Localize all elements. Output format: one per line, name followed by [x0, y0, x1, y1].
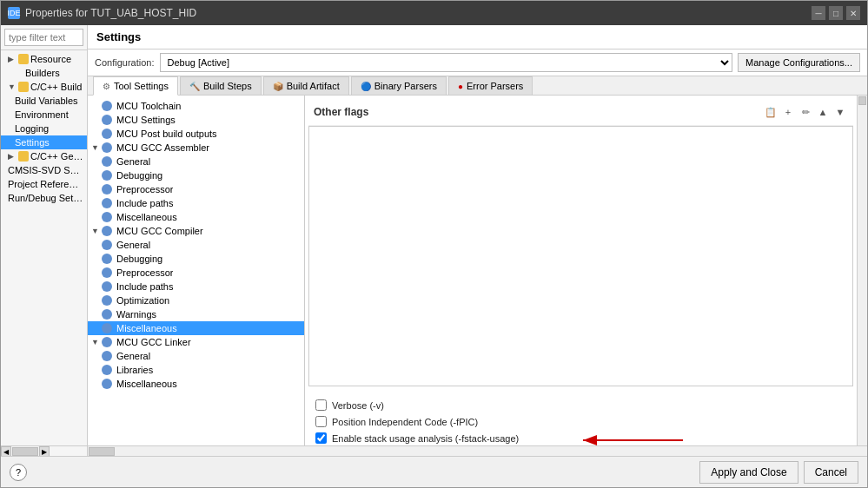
tool-tree-item-cc-warnings[interactable]: Warnings — [88, 307, 304, 321]
tab-icon-error-parsers: ● — [458, 82, 463, 91]
tree-label-mcu-gcc-linker: MCU GCC Linker — [114, 337, 191, 347]
scroll-left-btn[interactable]: ◀ — [1, 446, 11, 456]
toolbar-btn-down[interactable]: ▼ — [832, 104, 848, 120]
tool-tree-item-mcu-gcc-linker[interactable]: ▼ MCU GCC Linker — [88, 335, 304, 349]
asm-include-paths-icon — [102, 198, 112, 208]
scrollbar-thumb[interactable] — [858, 96, 866, 105]
tree-label-mcu-toolchain: MCU Toolchain — [114, 101, 181, 111]
tree-item-cmsis-svd[interactable]: CMSIS-SVD Setti... — [1, 163, 87, 177]
tree-arrow-mcu-gcc-linker: ▼ — [91, 338, 100, 346]
settings-header: Settings — [88, 25, 867, 49]
tree-label-resource: Resource — [30, 54, 71, 64]
tree-item-settings[interactable]: Settings — [1, 135, 87, 149]
tab-icon-binary-parsers: 🔵 — [361, 82, 371, 91]
tool-tree-item-ln-libraries[interactable]: Libraries — [88, 363, 304, 377]
filter-input[interactable] — [4, 29, 83, 46]
toolbar-btn-add[interactable]: + — [780, 104, 796, 120]
tool-tree-item-ln-general[interactable]: General — [88, 349, 304, 363]
tool-tree-item-cc-include-paths[interactable]: Include paths — [88, 280, 304, 293]
right-scrollbar[interactable] — [857, 96, 867, 445]
tree-label-environment: Environment — [15, 109, 69, 120]
scroll-right-btn[interactable]: ▶ — [39, 446, 50, 456]
left-scrollbar[interactable]: ◀ ▶ — [1, 445, 87, 456]
tool-tree-item-asm-miscellaneous[interactable]: Miscellaneous — [88, 210, 304, 224]
toolbar-btn-up[interactable]: ▲ — [815, 104, 831, 120]
tree-item-cpp-build[interactable]: ▼ C/C++ Build — [1, 80, 87, 94]
tree-arrow-resource: ▶ — [8, 55, 17, 63]
minimize-button[interactable]: ─ — [812, 6, 825, 20]
tool-tree-item-cc-miscellaneous[interactable]: Miscellaneous — [88, 321, 304, 335]
tree-item-cpp-general[interactable]: ▶ C/C++ General — [1, 149, 87, 163]
tool-tree-item-cc-general[interactable]: General — [88, 238, 304, 252]
tree-label-builders: Builders — [25, 68, 60, 78]
mcu-gcc-compiler-icon — [102, 226, 112, 236]
help-button[interactable]: ? — [10, 464, 27, 481]
tree-label-ln-libraries: Libraries — [114, 365, 153, 375]
title-bar-left: IDE Properties for TUT_UAB_HOST_HID — [8, 7, 196, 19]
tool-tree-item-mcu-settings[interactable]: MCU Settings — [88, 113, 304, 127]
tool-tree-item-mcu-gcc-compiler[interactable]: ▼ MCU GCC Compiler — [88, 224, 304, 238]
tree-label-settings: Settings — [15, 137, 50, 148]
tool-tree-item-asm-include-paths[interactable]: Include paths — [88, 196, 304, 210]
checkbox-stack-usage[interactable] — [315, 432, 327, 444]
cpp-general-icon — [18, 151, 29, 162]
tab-icon-build-steps: 🔨 — [189, 82, 200, 91]
tool-tree-item-ln-miscellaneous[interactable]: Miscellaneous — [88, 377, 304, 391]
tree-label-logging: Logging — [15, 123, 49, 134]
tab-tool-settings[interactable]: ⚙ Tool Settings — [93, 76, 178, 96]
tree-item-project-reference[interactable]: Project Reference... — [1, 177, 87, 191]
tree-label-cc-include-paths: Include paths — [114, 281, 173, 292]
tree-label-asm-miscellaneous: Miscellaneous — [114, 212, 177, 222]
tool-tree-item-cc-optimization[interactable]: Optimization — [88, 293, 304, 307]
tab-error-parsers[interactable]: ● Error Parsers — [448, 76, 533, 95]
bottom-left: ? — [10, 464, 27, 481]
toolbar-btn-copy[interactable]: 📋 — [763, 104, 779, 120]
settings-section-header: Other flags 📋 + ✏ ▲ ▼ — [308, 99, 853, 126]
tool-tree-item-mcu-gcc-assembler[interactable]: ▼ MCU GCC Assembler — [88, 141, 304, 155]
tree-item-build-variables[interactable]: Build Variables — [1, 94, 87, 108]
tool-tree-item-cc-debugging[interactable]: Debugging — [88, 252, 304, 266]
cancel-button[interactable]: Cancel — [804, 461, 858, 484]
scroll-thumb[interactable] — [12, 447, 38, 456]
toolbar-btn-edit[interactable]: ✏ — [798, 104, 813, 120]
tool-tree-item-mcu-post-build[interactable]: MCU Post build outputs — [88, 127, 304, 141]
maximize-button[interactable]: □ — [829, 6, 843, 20]
title-controls: ─ □ ✕ — [812, 6, 860, 20]
ln-miscellaneous-icon — [102, 379, 112, 389]
tree-item-environment[interactable]: Environment — [1, 108, 87, 122]
tree-item-run-debug[interactable]: Run/Debug Settir... — [1, 191, 87, 205]
tool-tree-item-cc-preprocessor[interactable]: Preprocessor — [88, 266, 304, 280]
checkbox-label-stack-usage: Enable stack usage analysis (-fstack-usa… — [332, 433, 519, 444]
title-bar: IDE Properties for TUT_UAB_HOST_HID ─ □ … — [1, 1, 867, 25]
tab-build-steps[interactable]: 🔨 Build Steps — [180, 76, 262, 95]
tree-label-asm-general: General — [114, 156, 150, 167]
tree-label-cc-general: General — [114, 240, 150, 250]
tree-label-ln-general: General — [114, 351, 150, 361]
tree-item-resource[interactable]: ▶ Resource — [1, 52, 87, 66]
tool-tree-item-asm-preprocessor[interactable]: Preprocessor — [88, 182, 304, 196]
tree-item-logging[interactable]: Logging — [1, 122, 87, 135]
apply-close-button[interactable]: Apply and Close — [699, 461, 798, 484]
ln-libraries-icon — [102, 365, 112, 375]
tool-tree-item-asm-general[interactable]: General — [88, 155, 304, 168]
h-scroll-thumb[interactable] — [89, 447, 115, 456]
tree-item-builders[interactable]: Builders — [1, 66, 87, 80]
config-select[interactable]: Debug [Active] — [160, 53, 733, 72]
tool-tree-item-asm-debugging[interactable]: Debugging — [88, 168, 304, 182]
checkbox-verbose[interactable] — [315, 399, 327, 411]
tree-arrow-cpp-build: ▼ — [8, 82, 17, 91]
tree-arrow-mcu-gcc-assembler: ▼ — [91, 143, 100, 152]
left-panel: ▶ Resource Builders ▼ C/C++ Build Bu — [1, 25, 88, 456]
close-button[interactable]: ✕ — [846, 6, 860, 20]
tab-binary-parsers[interactable]: 🔵 Binary Parsers — [351, 76, 447, 95]
tabs-bar: ⚙ Tool Settings 🔨 Build Steps 📦 Build Ar… — [88, 76, 867, 96]
tool-tree-item-mcu-toolchain[interactable]: MCU Toolchain — [88, 99, 304, 113]
manage-configs-button[interactable]: Manage Configurations... — [738, 53, 860, 72]
tab-build-artifact[interactable]: 📦 Build Artifact — [263, 76, 349, 95]
tree-label-project-reference: Project Reference... — [8, 179, 83, 189]
settings-section: Other flags 📋 + ✏ ▲ ▼ — [305, 96, 857, 445]
settings-content-wrapper: Other flags 📋 + ✏ ▲ ▼ — [305, 96, 857, 445]
bottom-scrollbar[interactable] — [88, 445, 867, 456]
tab-label-tool-settings: Tool Settings — [114, 81, 169, 91]
checkbox-pic[interactable] — [315, 416, 327, 427]
